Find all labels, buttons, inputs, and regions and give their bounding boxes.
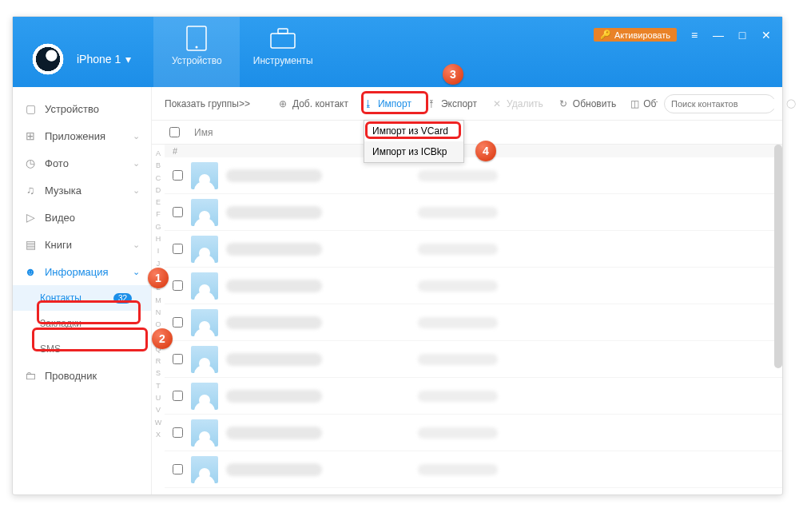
sidebar-label: Закладки [40,318,81,329]
import-button[interactable]: ⭳ Импорт [356,95,418,113]
contact-name-blurred [226,316,322,329]
select-all-checkbox[interactable] [169,127,180,137]
contact-rows: # [165,145,782,494]
contact-name-blurred [226,390,322,403]
contact-name-blurred [226,243,322,256]
row-checkbox[interactable] [173,354,183,364]
contact-number-blurred [418,427,498,439]
device-name-label: iPhone 1 [77,53,121,66]
search-box[interactable]: ◯ [664,94,776,113]
contact-name-blurred [226,169,322,182]
music-icon: ♫ [24,184,37,197]
contact-row[interactable] [165,415,782,451]
alpha-index[interactable]: ABCDEFGHIJKLMNOPQRSTUVWX [152,145,165,494]
refresh-button[interactable]: ↻ Обновить [551,95,622,113]
sidebar-item-bookmarks[interactable]: Закладки [13,311,151,336]
sidebar-label: Устройство [45,103,99,115]
avatar-icon [191,309,218,336]
import-vcard-item[interactable]: Импорт из VCard [364,121,463,141]
import-icbkp-item[interactable]: Импорт из ICBkp [364,141,463,162]
avatar-icon [191,456,218,483]
sidebar-label: Музыка [45,185,81,197]
contact-number-blurred [418,354,498,365]
logo-area: iPhone 1 ▾ [13,17,131,87]
app-logo-icon [30,42,66,77]
sidebar-item-explorer[interactable]: 🗀 Проводник [13,362,151,389]
video-icon: ▷ [24,211,37,224]
nav-tabs: Устройство Инструменты [153,17,326,87]
chevron-down-icon: ⌄ [133,131,140,141]
briefcase-icon [269,26,296,50]
chevron-down-icon: ⌄ [133,240,140,250]
scrollbar-thumb[interactable] [774,145,782,368]
sidebar-item-music[interactable]: ♫ Музыка ⌄ [13,177,151,204]
contact-row[interactable] [165,378,782,415]
sidebar-item-photo[interactable]: ◷ Фото ⌄ [13,149,151,177]
row-checkbox[interactable] [173,391,183,401]
search-input[interactable] [671,99,781,109]
device-selector[interactable]: iPhone 1 ▾ [77,53,131,66]
contact-row[interactable] [165,157,782,194]
sidebar-item-sms[interactable]: SMS [13,336,151,362]
menu-icon[interactable]: ≡ [688,29,701,42]
plus-icon: ⊕ [277,98,288,109]
merge-label: Объ [643,98,658,109]
refresh-icon: ↻ [558,98,569,109]
delete-label: Удалить [507,98,543,109]
books-icon: ▤ [24,238,37,251]
contact-row[interactable] [165,341,782,378]
sidebar-item-contacts[interactable]: Контакты 32 [13,285,151,311]
nav-tab-device-label: Устройство [172,55,222,66]
contact-row[interactable] [165,451,782,488]
contact-row[interactable] [165,304,782,341]
close-button[interactable]: ✕ [760,29,773,42]
contact-row[interactable] [165,194,782,231]
add-contact-label: Доб. контакт [292,98,348,109]
sidebar-item-apps[interactable]: ⊞ Приложения ⌄ [13,122,151,149]
contact-row[interactable] [165,231,782,268]
avatar-icon [191,383,218,410]
sidebar-item-info[interactable]: ☻ Информация ⌄ [13,258,151,285]
import-dropdown: Импорт из VCard Импорт из ICBkp [364,120,464,163]
nav-tab-tools[interactable]: Инструменты [240,17,326,87]
chevron-down-icon: ⌄ [133,185,140,196]
contact-number-blurred [418,280,498,292]
svg-rect-3 [278,29,288,34]
show-groups-button[interactable]: Показать группы>> [158,95,256,113]
activate-button[interactable]: 🔑 Активировать [594,28,677,42]
refresh-label: Обновить [573,98,616,109]
sidebar-label: Видео [45,212,75,224]
sidebar-item-device[interactable]: ▢ Устройство [13,95,151,122]
merge-button[interactable]: ◫ Объ [624,95,658,113]
activate-label: Активировать [614,30,670,40]
delete-button[interactable]: ✕ Удалить [485,95,550,113]
svg-point-1 [196,46,198,49]
info-icon: ☻ [24,265,37,278]
sidebar-item-books[interactable]: ▤ Книги ⌄ [13,231,151,258]
row-checkbox[interactable] [173,280,183,291]
sidebar-label: Контакты [40,292,81,304]
content: Показать группы>> ⊕ Доб. контакт ⭳ Импор… [152,87,782,494]
add-contact-button[interactable]: ⊕ Доб. контакт [271,95,355,113]
sidebar-item-video[interactable]: ▷ Видео [13,204,151,231]
contact-number-blurred [418,464,498,475]
sidebar-label: Приложения [45,130,105,142]
toolbar: Показать группы>> ⊕ Доб. контакт ⭳ Импор… [152,87,782,121]
row-checkbox[interactable] [173,464,183,474]
contact-number-blurred [418,207,498,218]
list-header: Имя [152,121,782,145]
annotation-marker-3: 3 [443,64,463,85]
merge-icon: ◫ [630,98,639,109]
contact-row[interactable] [165,268,782,304]
avatar-icon [191,272,218,300]
row-checkbox[interactable] [173,244,183,254]
row-checkbox[interactable] [173,207,183,217]
row-checkbox[interactable] [173,170,183,181]
titlebar: iPhone 1 ▾ Устройство Инструменты 🔑 Акт [13,17,782,87]
row-checkbox[interactable] [173,317,183,328]
export-button[interactable]: ⭱ Экспорт [419,95,483,113]
nav-tab-device[interactable]: Устройство [153,17,240,87]
minimize-button[interactable]: — [712,29,725,42]
row-checkbox[interactable] [173,427,183,438]
maximize-button[interactable]: □ [736,29,749,42]
